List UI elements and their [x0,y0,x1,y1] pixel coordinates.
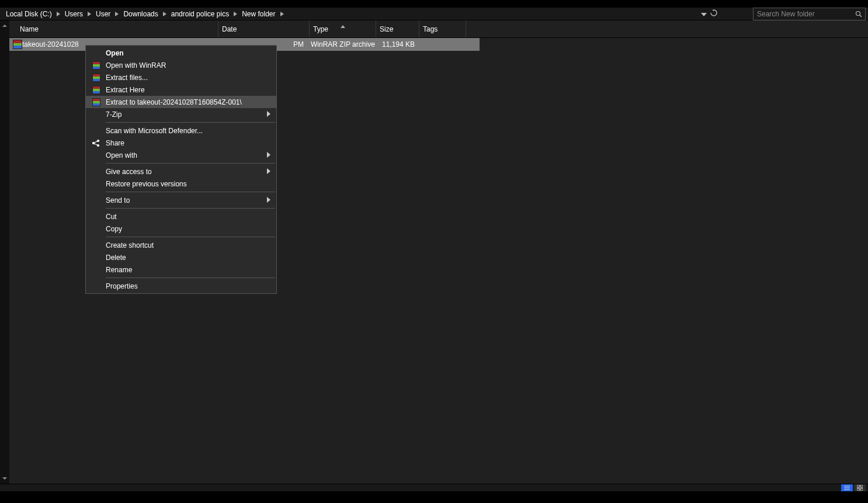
menu-extract-here-label: Extract Here [106,86,145,94]
menu-separator [106,237,275,237]
taskbar-strip [0,491,868,503]
menu-seven-zip-label: 7-Zip [106,110,121,119]
chevron-right-icon[interactable] [54,12,63,16]
search-icon[interactable] [852,11,865,18]
menu-separator [106,277,275,278]
menu-share-label: Share [106,139,124,147]
winrar-icon [92,85,101,95]
svg-point-4 [98,144,99,146]
menu-extract-here[interactable]: Extract Here [86,84,276,96]
menu-properties[interactable]: Properties [86,280,276,292]
menu-extract-files-label: Extract files... [106,74,148,82]
menu-restore-versions[interactable]: Restore previous versions [86,178,276,190]
menu-open-with-winrar[interactable]: Open with WinRAR [86,59,276,71]
chevron-right-icon[interactable] [231,12,239,16]
svg-line-1 [860,15,862,17]
winrar-icon [92,98,101,107]
refresh-icon[interactable] [710,9,717,18]
menu-separator [106,208,275,209]
scroll-up-icon[interactable] [0,20,9,31]
search-input[interactable] [754,8,852,20]
svg-rect-11 [860,488,863,491]
breadcrumb-segment[interactable]: Users [63,8,85,20]
menu-give-access-to-label: Give access to [106,168,152,176]
history-dropdown-icon[interactable] [701,10,707,18]
file-size: 11,194 KB [376,38,419,51]
chevron-right-icon[interactable] [278,12,286,16]
chevron-right-icon[interactable] [161,12,169,16]
column-header-tags[interactable]: Tags [419,20,466,37]
menu-create-shortcut[interactable]: Create shortcut [86,239,276,251]
chevron-right-icon [267,110,270,119]
menu-separator [106,122,275,123]
search-box [753,8,866,20]
chevron-right-icon[interactable] [113,12,121,16]
nav-scrollbar [0,20,9,484]
menu-properties-label: Properties [106,282,138,290]
share-icon [92,138,101,148]
chevron-right-icon[interactable] [85,12,93,16]
file-tags [419,38,466,51]
details-view-toggle[interactable] [841,484,853,492]
menu-create-shortcut-label: Create shortcut [106,241,154,249]
column-header-date[interactable]: Date [218,20,310,37]
svg-point-0 [856,12,860,16]
menu-open-with-winrar-label: Open with WinRAR [106,61,166,70]
menu-give-access-to[interactable]: Give access to [86,165,276,178]
menu-extract-files[interactable]: Extract files... [86,71,276,84]
svg-point-3 [98,140,99,141]
address-bar-tools [701,8,717,20]
breadcrumb-segment[interactable]: New folder [239,8,277,20]
context-menu: Open Open with WinRAR Extract files... E… [85,45,277,294]
status-bar [0,484,868,491]
menu-restore-versions-label: Restore previous versions [106,180,187,188]
column-header-size[interactable]: Size [376,20,419,37]
column-header-type[interactable]: Type [310,20,376,37]
scroll-down-icon[interactable] [0,473,9,484]
archive-file-icon [11,40,22,49]
breadcrumb-segment[interactable]: Downloads [121,8,160,20]
defender-icon [92,127,100,135]
menu-rename-label: Rename [106,266,132,274]
chevron-right-icon [267,151,270,159]
menu-send-to[interactable]: Send to [86,194,276,206]
menu-seven-zip[interactable]: 7-Zip [86,108,276,120]
menu-scan-defender-label: Scan with Microsoft Defender... [106,127,203,135]
menu-copy[interactable]: Copy [86,223,276,235]
menu-extract-to-folder[interactable]: Extract to takeout-20241028T160854Z-001\ [86,96,276,108]
file-name: takeout-20241028 [22,40,79,48]
winrar-icon [92,61,101,70]
menu-open[interactable]: Open [86,47,276,59]
sort-ascending-icon [341,22,345,30]
svg-rect-8 [857,485,859,487]
menu-cut[interactable]: Cut [86,210,276,223]
menu-copy-label: Copy [106,225,122,233]
menu-share[interactable]: Share [86,137,276,149]
file-type: WinRAR ZIP archive [310,38,376,51]
chevron-right-icon [267,168,270,176]
menu-open-with-label: Open with [106,151,137,159]
menu-delete[interactable]: Delete [86,251,276,263]
menu-delete-label: Delete [106,254,126,262]
svg-rect-9 [860,485,863,487]
winrar-icon [92,73,101,82]
svg-point-2 [93,142,95,144]
column-headers: Name Date Type Size Tags [9,20,868,38]
breadcrumb-segment[interactable]: User [93,8,113,20]
menu-cut-label: Cut [106,213,117,221]
chevron-right-icon [267,196,270,204]
menu-send-to-label: Send to [106,196,130,204]
breadcrumb: Local Disk (C:) Users User Downloads and… [0,8,286,20]
thumbnails-view-toggle[interactable] [854,484,866,492]
ribbon-strip [0,0,868,8]
menu-open-label: Open [106,49,124,57]
menu-scan-defender[interactable]: Scan with Microsoft Defender... [86,124,276,137]
address-bar: Local Disk (C:) Users User Downloads and… [0,8,868,20]
menu-extract-to-folder-label: Extract to takeout-20241028T160854Z-001\ [106,98,242,106]
breadcrumb-segment[interactable]: android police pics [169,8,231,20]
menu-rename[interactable]: Rename [86,263,276,276]
menu-separator [106,163,275,164]
breadcrumb-segment[interactable]: Local Disk (C:) [4,8,54,20]
column-header-name[interactable]: Name [9,20,218,37]
menu-open-with[interactable]: Open with [86,149,276,161]
